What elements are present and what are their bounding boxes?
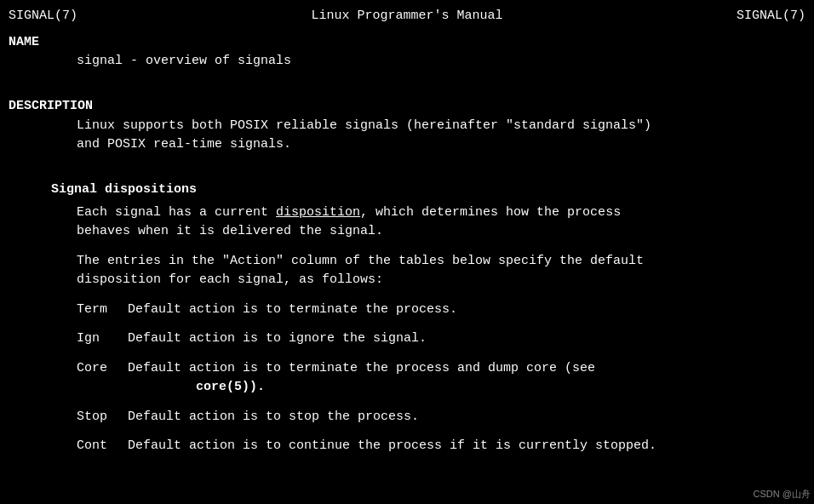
- para1-line2: behaves when it is delivered the signal.: [77, 224, 383, 238]
- header-left: SIGNAL(7): [9, 7, 77, 26]
- header-center: Linux Programmer's Manual: [311, 7, 502, 26]
- para1-text-before: Each signal has a current: [77, 205, 276, 220]
- term-desc-term: Default action is to terminate the proce…: [128, 301, 805, 320]
- term-desc-stop: Default action is to stop the process.: [128, 408, 805, 427]
- header-right: SIGNAL(7): [737, 7, 805, 26]
- term-label-core: Core: [77, 359, 128, 379]
- description-intro-line1: Linux supports both POSIX reliable signa…: [77, 117, 805, 136]
- subsection-signal-dispositions: Signal dispositions: [51, 180, 805, 200]
- name-section: NAME signal - overview of signals: [9, 33, 805, 72]
- watermark: CSDN @山舟: [754, 487, 811, 501]
- core-link: core(5)).: [196, 380, 265, 394]
- term-row-term: Term Default action is to terminate the …: [77, 301, 805, 320]
- description-intro-line2: and POSIX real-time signals.: [77, 135, 805, 155]
- term-row-core: Core Default action is to terminate the …: [77, 359, 805, 379]
- para2-line2: disposition for each signal, as follows:: [77, 272, 383, 287]
- para2: The entries in the "Action" column of th…: [77, 252, 805, 290]
- term-desc-core: Default action is to terminate the proce…: [128, 359, 805, 379]
- term-label-cont: Cont: [77, 437, 128, 456]
- para1: Each signal has a current disposition, w…: [77, 203, 805, 242]
- term-label-ign: Ign: [77, 329, 128, 349]
- header: SIGNAL(7) Linux Programmer's Manual SIGN…: [9, 7, 805, 26]
- para1-link-disposition: disposition: [276, 205, 360, 220]
- term-row-stop: Stop Default action is to stop the proce…: [77, 408, 805, 427]
- para2-line1: The entries in the "Action" column of th…: [77, 254, 644, 268]
- para1-text-after: , which determines how the process: [360, 205, 621, 220]
- term-label-term: Term: [77, 301, 128, 320]
- name-label: NAME: [9, 33, 805, 53]
- description-label: DESCRIPTION: [9, 97, 805, 117]
- term-desc-ign: Default action is to ignore the signal.: [128, 329, 805, 349]
- term-row-ign: Ign Default action is to ignore the sign…: [77, 329, 805, 349]
- term-core-line2: core(5)).: [196, 378, 805, 398]
- name-content: signal - overview of signals: [77, 52, 805, 72]
- description-section: DESCRIPTION Linux supports both POSIX re…: [9, 97, 805, 456]
- term-row-cont: Cont Default action is to continue the p…: [77, 437, 805, 456]
- term-label-stop: Stop: [77, 408, 128, 427]
- term-desc-cont: Default action is to continue the proces…: [128, 437, 805, 456]
